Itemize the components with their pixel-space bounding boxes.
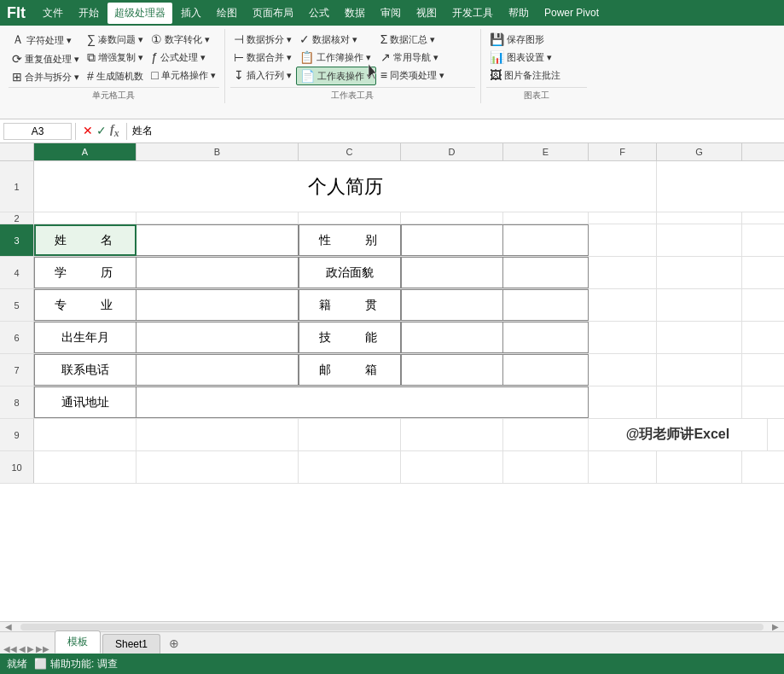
formula-input[interactable] <box>131 124 781 139</box>
cell-9b[interactable] <box>136 419 299 450</box>
cell-8f[interactable] <box>589 386 657 418</box>
cell-5f[interactable] <box>589 289 657 321</box>
cell-4f[interactable] <box>589 257 657 288</box>
cell-9a[interactable] <box>34 419 136 450</box>
cell-6e[interactable] <box>503 322 589 353</box>
btn-sum-problem[interactable]: ∑ 凑数问题 ▾ <box>84 31 147 48</box>
cell-8g[interactable] <box>657 386 742 418</box>
cell-6d[interactable] <box>401 322 503 353</box>
cell-10d[interactable] <box>401 451 503 483</box>
hscrollbar[interactable]: ◀ ▶ <box>0 621 784 631</box>
cell-4g[interactable] <box>657 257 742 288</box>
tab-nav-first[interactable]: ◀◀ <box>3 644 17 654</box>
cell-3b[interactable] <box>136 224 299 256</box>
insert-function-icon[interactable]: fx <box>110 123 119 139</box>
menu-super[interactable]: 超级处理器 <box>107 3 172 24</box>
cell-2b[interactable] <box>136 212 299 224</box>
col-header-a[interactable]: A <box>34 143 136 160</box>
btn-duplicate[interactable]: ⟳ 重复值处理 ▾ <box>9 50 83 67</box>
tab-nav-last[interactable]: ▶▶ <box>36 644 49 654</box>
btn-data-verify[interactable]: ✓ 数据核对 ▾ <box>296 31 376 48</box>
cell-6a[interactable]: 出生年月 <box>34 322 136 353</box>
cell-ref-input[interactable]: A3 <box>3 123 72 140</box>
tab-template[interactable]: 模板 <box>55 630 101 654</box>
cell-9e[interactable] <box>503 419 589 450</box>
menu-powerpivot[interactable]: Power Pivot <box>537 3 606 22</box>
cell-2f[interactable] <box>589 212 657 224</box>
btn-save-shape[interactable]: 💾 保存图形 <box>486 31 564 48</box>
cancel-formula-icon[interactable]: ✕ <box>83 124 93 137</box>
menu-draw[interactable]: 绘图 <box>210 3 244 24</box>
menu-formula[interactable]: 公式 <box>302 3 336 24</box>
cell-7e[interactable] <box>503 354 589 386</box>
tab-add-button[interactable]: ⊕ <box>162 633 186 654</box>
cell-6g[interactable] <box>657 322 742 353</box>
cell-4e[interactable] <box>503 257 589 288</box>
btn-char-process[interactable]: Ａ 字符处理 ▾ <box>9 31 83 49</box>
cell-4a[interactable]: 学 历 <box>34 257 136 288</box>
cell-2g[interactable] <box>657 212 742 224</box>
col-header-c[interactable]: C <box>299 143 401 160</box>
cell-5a[interactable]: 专 业 <box>34 289 136 321</box>
cell-8b-merged[interactable] <box>136 386 589 418</box>
scroll-left-btn[interactable]: ◀ <box>0 622 17 631</box>
btn-workbook-ops[interactable]: 📋 工作簿操作 ▾ <box>296 49 376 66</box>
cell-10f[interactable] <box>589 451 657 483</box>
cell-7a[interactable]: 联系电话 <box>34 354 136 386</box>
menu-developer[interactable]: 开发工具 <box>445 3 500 24</box>
btn-num-convert[interactable]: ① 数字转化 ▾ <box>148 31 219 48</box>
menu-help[interactable]: 帮助 <box>502 3 536 24</box>
col-header-f[interactable]: F <box>589 143 657 160</box>
cell-7d[interactable] <box>401 354 503 386</box>
menu-pagelayout[interactable]: 页面布局 <box>246 3 300 24</box>
cell-5e[interactable] <box>503 289 589 321</box>
menu-insert[interactable]: 插入 <box>174 3 208 24</box>
cell-5g[interactable] <box>657 289 742 321</box>
menu-review[interactable]: 审阅 <box>374 3 408 24</box>
cell-7b[interactable] <box>136 354 299 386</box>
cell-6c[interactable]: 技 能 <box>299 322 401 353</box>
cell-9c[interactable] <box>299 419 401 450</box>
cell-10e[interactable] <box>503 451 589 483</box>
btn-insert-row-col[interactable]: ↧ 插入行列 ▾ <box>230 67 295 84</box>
btn-data-summary[interactable]: Σ 数据汇总 ▾ <box>377 31 448 48</box>
cell-4d[interactable] <box>401 257 503 288</box>
btn-enhanced-copy[interactable]: ⧉ 增强复制 ▾ <box>84 49 147 67</box>
cell-3c[interactable]: 性 别 <box>299 224 401 256</box>
cell-title[interactable]: 个人简历 <box>34 161 657 212</box>
cell-5c[interactable]: 籍 贯 <box>299 289 401 321</box>
btn-data-split[interactable]: ⊣ 数据拆分 ▾ <box>230 31 295 48</box>
hscroll-track[interactable] <box>20 624 764 630</box>
cell-10b[interactable] <box>136 451 299 483</box>
btn-nav[interactable]: ↗ 常用导航 ▾ <box>377 49 448 66</box>
cell-3g[interactable] <box>657 224 742 256</box>
cell-3e[interactable] <box>503 224 589 256</box>
cell-10a[interactable] <box>34 451 136 483</box>
cell-10g[interactable] <box>657 451 742 483</box>
cell-2c[interactable] <box>299 212 401 224</box>
menu-data[interactable]: 数据 <box>338 3 372 24</box>
menu-home[interactable]: 开始 <box>72 3 106 24</box>
tab-nav-next[interactable]: ▶ <box>27 644 34 654</box>
menu-file[interactable]: 文件 <box>36 3 70 24</box>
col-header-g[interactable]: G <box>657 143 742 160</box>
btn-similar-items[interactable]: ≡ 同类项处理 ▾ <box>377 67 448 84</box>
btn-formula-process[interactable]: ƒ 公式处理 ▾ <box>148 49 219 66</box>
scroll-right-btn[interactable]: ▶ <box>767 622 784 631</box>
tab-nav-prev[interactable]: ◀ <box>19 644 26 654</box>
cell-10c[interactable] <box>299 451 401 483</box>
cell-7f[interactable] <box>589 354 657 386</box>
cell-6f[interactable] <box>589 322 657 353</box>
cell-7g[interactable] <box>657 354 742 386</box>
btn-img-note[interactable]: 🖼 图片备注批注 <box>486 67 564 84</box>
cell-9d[interactable] <box>401 419 503 450</box>
btn-sheet-ops[interactable]: 📄 工作表操作 ▾ <box>296 67 376 85</box>
cell-3d[interactable] <box>401 224 503 256</box>
col-header-b[interactable]: B <box>136 143 299 160</box>
cell-3a[interactable]: 姓 名 <box>34 224 136 256</box>
cell-5b[interactable] <box>136 289 299 321</box>
cell-2e[interactable] <box>503 212 589 224</box>
btn-cell-ops[interactable]: □ 单元格操作 ▾ <box>148 67 219 84</box>
cell-3f[interactable] <box>589 224 657 256</box>
menu-view[interactable]: 视图 <box>409 3 444 24</box>
